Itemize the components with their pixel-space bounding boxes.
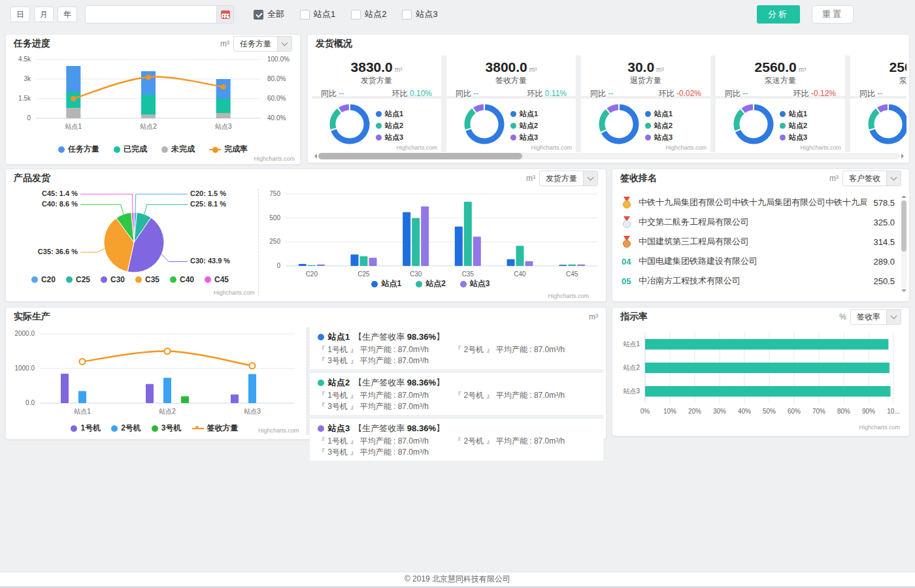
legend-dot-icon <box>371 281 378 287</box>
product-metric-select[interactable]: 发货方量 <box>539 171 598 186</box>
legend-item[interactable]: 站点2 <box>416 278 446 289</box>
legend-label: 站点1 <box>381 278 401 289</box>
donut-legend: 站点1站点2站点3 <box>645 109 673 142</box>
horizontal-scrollbar[interactable] <box>312 152 907 160</box>
scroll-down-icon[interactable] <box>901 289 907 295</box>
shipment-card: 30.0m³退货方量同比 --环比 -0.02%站点1站点2站点3Highcha… <box>581 56 710 152</box>
legend-label: 未完成 <box>171 144 195 155</box>
legend-item[interactable]: 站点3 <box>645 133 673 142</box>
legend-item[interactable]: 站点3 <box>780 133 807 142</box>
legend-item[interactable]: C45 <box>205 275 229 284</box>
legend-item[interactable]: 站点2 <box>510 121 538 131</box>
company-name: 中交第二航务工程局有限公司 <box>639 216 867 228</box>
legend-item[interactable]: 站点3 <box>460 278 490 289</box>
legend-item[interactable]: 已完成 <box>114 144 147 155</box>
legend-item[interactable]: C25 <box>66 275 90 284</box>
indicator-rate-svg: 0%10%20%30%40%50%60%70%80%90%10...站点1站点2… <box>614 326 909 424</box>
legend-item[interactable]: 未完成 <box>161 144 195 155</box>
legend-item[interactable]: C35 <box>135 275 159 284</box>
ranking-metric-select[interactable]: 客户签收 <box>842 171 901 186</box>
scroll-left-icon[interactable] <box>312 154 317 159</box>
legend-item[interactable]: 站点3 <box>376 133 403 142</box>
scrollbar-thumb[interactable] <box>901 201 907 252</box>
highcharts-credit: Highcharts.com <box>800 144 841 151</box>
station-header-line: 站点1【生产签收率 98.36%】 <box>318 331 595 343</box>
legend-label: C20 <box>41 275 56 284</box>
legend-item[interactable]: 站点3 <box>510 133 538 142</box>
legend-dot-icon <box>135 276 142 283</box>
yoy-ratio: 同比 -- <box>321 88 344 99</box>
card-value-number: 2560.0 <box>755 59 797 74</box>
machine-capacity: 『 2号机 』 平均产能 : 87.0m³/h <box>454 436 590 447</box>
machine-list: 『 1号机 』 平均产能 : 87.0m³/h『 2号机 』 平均产能 : 87… <box>318 344 595 367</box>
day-button[interactable]: 日 <box>10 7 30 22</box>
svg-text:0.0: 0.0 <box>25 399 35 406</box>
scrollbar-thumb[interactable] <box>318 153 522 159</box>
svg-text:站点3: 站点3 <box>215 123 232 130</box>
year-button[interactable]: 年 <box>58 7 77 22</box>
yoy-ratio: 同比 -- <box>859 88 882 99</box>
analyze-button[interactable]: 分析 <box>757 5 800 24</box>
legend-item[interactable]: 3号机 <box>152 423 182 434</box>
checkbox-box[interactable] <box>351 10 361 20</box>
legend-item[interactable]: 站点1 <box>780 109 807 119</box>
yoy-value: -- <box>877 89 882 98</box>
indicator-metric-select[interactable]: 签收率 <box>850 309 901 325</box>
legend-item[interactable]: 站点1 <box>371 278 401 289</box>
legend-item[interactable]: 站点1 <box>645 109 673 119</box>
legend-item[interactable]: 站点2 <box>645 121 673 131</box>
shipment-card: 3800.0m³签收方量同比 --环比 0.11%站点1站点2站点3Highch… <box>446 56 576 152</box>
station-name: 站点3 <box>328 423 350 434</box>
panel-header: 实际生产 m³ <box>6 308 606 326</box>
legend-item[interactable]: 站点2 <box>780 121 807 131</box>
svg-text:4.5k: 4.5k <box>18 56 31 63</box>
donut-chart <box>461 101 508 150</box>
legend-item[interactable]: 站点2 <box>376 121 403 131</box>
scroll-up-icon[interactable] <box>901 193 907 198</box>
reset-button[interactable]: 重置 <box>812 5 854 24</box>
scrollbar-track[interactable] <box>901 199 907 288</box>
task-metric-select[interactable]: 任务方量 <box>233 36 292 52</box>
legend-item[interactable]: 2号机 <box>111 423 141 434</box>
legend-item[interactable]: 1号机 <box>71 423 101 434</box>
ranking-list: 中铁十九局集团有限公司中铁十九局集团有限公司中铁十九局集团...578.5中交第… <box>618 193 899 291</box>
legend-item[interactable]: C20 <box>31 275 56 284</box>
month-button[interactable]: 月 <box>34 7 54 22</box>
checkbox-box[interactable] <box>402 10 412 20</box>
station-name: 站点1 <box>328 331 350 343</box>
panel-header: 签收排名 m³ 客户签收 <box>612 169 909 188</box>
mom-value: 0.11% <box>545 89 567 98</box>
checkbox-box[interactable] <box>300 10 310 20</box>
scroll-right-icon[interactable] <box>901 154 907 159</box>
legend-label: 站点2 <box>385 121 403 131</box>
legend-line-icon <box>209 146 221 153</box>
legend-label: 站点3 <box>385 133 403 142</box>
date-input[interactable] <box>86 6 216 23</box>
unit-label: m³ <box>220 39 229 48</box>
unit-label: m³ <box>829 174 839 183</box>
legend-item[interactable]: C40 <box>170 275 194 284</box>
checkbox-站点2[interactable]: 站点2 <box>351 8 386 20</box>
checkbox-box[interactable] <box>254 10 263 20</box>
legend-item[interactable]: 站点1 <box>376 109 403 119</box>
checkbox-站点1[interactable]: 站点1 <box>300 8 335 20</box>
highcharts-credit: Highcharts.com <box>665 144 707 151</box>
scrollbar-track[interactable] <box>318 153 900 159</box>
svg-text:10%: 10% <box>663 408 676 415</box>
svg-text:750: 750 <box>269 190 280 197</box>
mom-ratio: 环比 0.11% <box>527 88 567 99</box>
legend-item[interactable]: C30 <box>101 275 125 284</box>
legend-item[interactable]: 完成率 <box>209 144 248 155</box>
legend-dot-icon <box>66 276 73 283</box>
checkbox-全部[interactable]: 全部 <box>254 8 284 20</box>
legend-item[interactable]: 签收方量 <box>192 423 239 434</box>
legend-item[interactable]: 站点1 <box>510 109 538 119</box>
task-legend: 任务方量已完成未完成完成率 <box>6 144 300 155</box>
product-pie-svg: C45: 1.4 %C40: 8.6 %C35: 36.6 %C20: 1.5 … <box>8 186 256 286</box>
panel-title: 产品发货 <box>14 172 50 184</box>
vertical-scrollbar[interactable] <box>901 193 907 295</box>
panel-divider <box>258 189 259 296</box>
checkbox-站点3[interactable]: 站点3 <box>402 8 437 20</box>
calendar-button[interactable] <box>216 6 233 23</box>
legend-item[interactable]: 任务方量 <box>58 144 99 155</box>
